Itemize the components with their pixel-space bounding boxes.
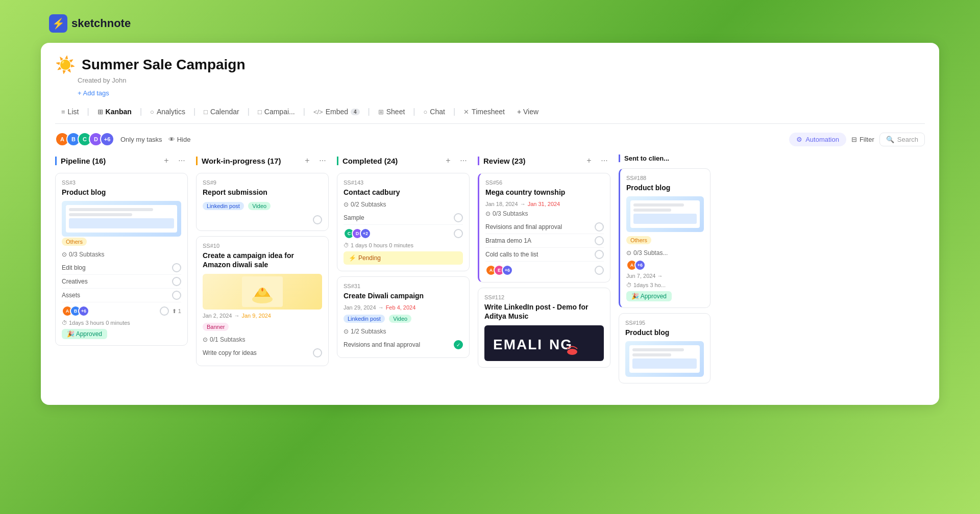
filter-label: Filter (860, 136, 874, 143)
timer-icon: ⏱ (344, 242, 349, 248)
subtask-check[interactable] (595, 236, 604, 245)
subtask-check[interactable] (454, 213, 463, 222)
subtask-label: Cold calls to the list (485, 251, 538, 258)
subtask-check[interactable] (172, 291, 181, 300)
subtask-check[interactable] (595, 222, 604, 232)
mock-bar-2 (632, 353, 671, 356)
review-add-button[interactable]: + (583, 155, 595, 167)
card-ss188-image (626, 196, 704, 232)
card-ss143-title: Contact cadbury (344, 188, 463, 197)
nav-sep-4: | (246, 107, 252, 116)
date-end: Jan 9, 2024 (242, 313, 272, 319)
card-ss143[interactable]: SS#143 Contact cadbury ⊙ 0/2 Subtasks Sa… (337, 173, 470, 271)
search-box[interactable]: 🔍 Search (879, 133, 925, 146)
time-value: 1days 3 ho... (633, 282, 666, 288)
subtask-label: Revisions and final approval (485, 223, 562, 230)
tab-embed[interactable]: </> Embed 4 (307, 105, 366, 118)
pending-icon: ⚡ (349, 254, 356, 262)
card-ss188[interactable]: SS#188 Product blog Others ⊙ 0/3 Subtas.… (619, 168, 710, 308)
automation-label: Automation (805, 136, 839, 143)
card-ss3[interactable]: SS#3 Product blog Others ⊙ 0/3 Subtasks (55, 173, 188, 346)
tab-embed-label: Embed (326, 108, 348, 116)
subtask-label: Sample (344, 214, 364, 221)
tab-sheet[interactable]: ⊞ Sheet (372, 105, 411, 118)
emaling-svg: EMALI NG (488, 326, 600, 359)
card-ss3-id: SS#3 (62, 179, 181, 186)
tab-kanban[interactable]: ⊞ Kanban (91, 105, 138, 118)
logo-icon: ⚡ (49, 14, 67, 33)
tab-calendar[interactable]: □ Calendar (198, 105, 246, 118)
app-name: sketchnote (71, 17, 131, 30)
card-ss3-footer: A B +6 ⬆ 1 (62, 305, 181, 317)
subtask-check[interactable] (313, 348, 322, 357)
card-complete-check[interactable] (454, 229, 463, 238)
subtask-revisions: Revisions and final approval ✓ (344, 338, 463, 351)
avatar-count[interactable]: +6 (100, 132, 114, 146)
card-ss10-id: SS#10 (203, 243, 322, 249)
time-value: 1days 3 hours 0 minutes (69, 320, 130, 326)
card-ss112[interactable]: SS#112 Write LinkedIn post - Demo for Ad… (478, 288, 610, 367)
card-complete-check[interactable] (595, 266, 604, 275)
main-container: ☀️ Summer Sale Campaign Created by John … (41, 43, 939, 405)
card-ss9[interactable]: SS#9 Report submission Linkedin post Vid… (196, 173, 329, 231)
date-start: Jun 7, 2024 → (626, 273, 663, 279)
tab-timesheet[interactable]: ✕ Timesheet (457, 105, 511, 118)
column-completed-actions: + ··· (442, 155, 470, 167)
column-pipeline-actions: + ··· (160, 155, 188, 167)
pipeline-more-button[interactable]: ··· (176, 155, 188, 167)
card-ss9-title: Report submission (203, 188, 322, 197)
only-my-tasks-toggle[interactable]: Only my tasks (120, 136, 162, 143)
column-wip-actions: + ··· (301, 155, 329, 167)
list-icon: ≡ (61, 108, 65, 116)
calendar-icon: □ (204, 108, 208, 116)
card-ss3-subtasks: ⊙ 0/3 Subtasks (62, 251, 181, 258)
card-ss56[interactable]: SS#56 Mega country township Jan 18, 2024… (478, 173, 610, 282)
tab-analytics[interactable]: ○ Analytics (144, 105, 191, 118)
pipeline-add-button[interactable]: + (160, 155, 173, 167)
subtask-icon: ⊙ (203, 336, 208, 343)
team-avatars[interactable]: A B C D +6 (55, 132, 114, 146)
subtask-check[interactable] (172, 263, 181, 272)
filter-button[interactable]: ⊟ Filter (851, 136, 874, 143)
tab-view[interactable]: + View (511, 105, 545, 118)
card-ss188-title: Product blog (626, 183, 704, 192)
card-complete-check[interactable] (160, 306, 169, 316)
date-start: Jan 18, 2024 (485, 201, 518, 207)
subtask-check[interactable] (172, 277, 181, 286)
review-more-button[interactable]: ··· (598, 155, 610, 167)
hide-button[interactable]: 👁 Hide (168, 136, 191, 143)
tab-chat[interactable]: ○ Chat (418, 105, 451, 118)
completed-add-button[interactable]: + (442, 155, 454, 167)
card-ss10-title: Create a campaign idea for Amazon diwali… (203, 251, 322, 269)
card-ss3-image (62, 201, 181, 237)
nav-sep-5: | (301, 107, 307, 116)
date-start: Jan 2, 2024 (203, 313, 232, 319)
tag-video: Video (389, 315, 411, 323)
card-ss31[interactable]: SS#31 Create Diwali campaign Jan 29, 202… (337, 276, 470, 358)
card-ss143-footer: C D +2 (344, 228, 463, 239)
column-review: Review (23) + ··· SS#56 Mega country tow… (478, 155, 610, 389)
subtask-check[interactable] (595, 250, 604, 259)
column-sent-header: Sent to clien... (619, 155, 710, 162)
wip-more-button[interactable]: ··· (316, 155, 329, 167)
card-ss9-check[interactable] (313, 215, 322, 224)
card-ss195[interactable]: SS#195 Product blog (619, 313, 710, 383)
column-pipeline-title: Pipeline (16) (55, 157, 106, 165)
wip-add-button[interactable]: + (301, 155, 313, 167)
subtask-edit-blog: Edit blog (62, 261, 181, 275)
subtask-icon: ⊙ (62, 251, 67, 258)
hide-label: Hide (177, 136, 191, 143)
card-ss10[interactable]: SS#10 Create a campaign idea for Amazon … (196, 236, 329, 366)
tag-linkedin: Linkedin post (203, 202, 244, 210)
subtask-icon: ⊙ (344, 328, 349, 335)
completed-more-button[interactable]: ··· (457, 155, 470, 167)
card-ss56-footer: A E +6 (485, 265, 604, 276)
card-ss31-subtasks: ⊙ 1/2 Subtasks (344, 328, 463, 335)
automation-button[interactable]: ⚙ Automation (789, 133, 846, 146)
subtask-check[interactable]: ✓ (454, 340, 463, 349)
tab-campaign[interactable]: □ Campai... (252, 105, 301, 118)
add-tags-button[interactable]: + Add tags (78, 89, 109, 97)
tab-list[interactable]: ≡ List (55, 105, 85, 118)
card-ss56-title: Mega country township (485, 188, 604, 197)
chat-icon: ○ (424, 108, 428, 116)
